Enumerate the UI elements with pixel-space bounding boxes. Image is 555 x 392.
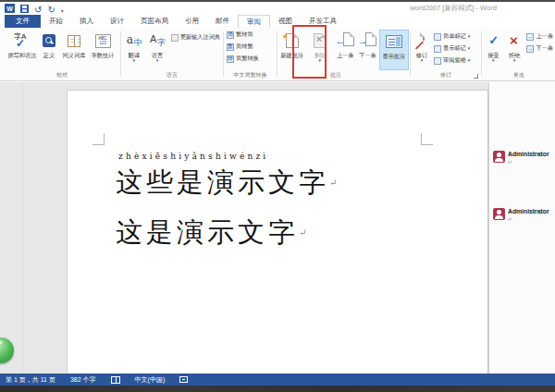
tab-review[interactable]: 审阅 xyxy=(238,15,270,28)
previous-comment-button[interactable]: 上一条 xyxy=(334,30,356,70)
thesaurus-book-icon xyxy=(68,35,80,47)
reject-change-icon xyxy=(507,33,522,49)
next-comment-button[interactable]: 下一条 xyxy=(356,30,378,70)
next-change-icon xyxy=(526,45,534,53)
define-button[interactable]: 定义 xyxy=(39,30,59,70)
tab-design[interactable]: 设计 xyxy=(102,15,132,28)
group-proofing: 拼写和语法 定义 同义词库 字数统计 校对 xyxy=(6,28,118,80)
simple-markup-dropdown[interactable]: 简单标记 ▾ xyxy=(432,31,472,43)
comment-entry[interactable]: Administrator↵ xyxy=(493,208,549,223)
convert-icon: 转 xyxy=(227,55,234,63)
taskbar-edge xyxy=(0,386,555,392)
show-comments-icon xyxy=(386,35,402,48)
dropdown-arrow-icon: ▾ xyxy=(468,58,471,63)
margin-crop-mark-right xyxy=(421,133,433,145)
pinyin-guide-text[interactable]: zhèxiēshìyǎnshìwénzì xyxy=(118,152,268,161)
document-text-line-1[interactable]: 这些是演示文字↵ xyxy=(116,165,337,202)
group-label-tracking: 修订 xyxy=(412,71,480,80)
highlight-box xyxy=(292,25,327,79)
group-separator xyxy=(410,31,411,77)
dropdown-arrow-icon: ▾ xyxy=(421,58,424,63)
translate-button[interactable]: 翻译 ▾ xyxy=(122,30,145,70)
group-separator xyxy=(120,31,121,77)
group-label-changes: 更改 xyxy=(483,71,555,80)
dropdown-arrow-icon: ▾ xyxy=(492,58,495,63)
comments-margin-pane: Administrator↵ Administrator↵ xyxy=(488,82,555,374)
save-icon[interactable] xyxy=(20,5,29,13)
macro-record-icon[interactable] xyxy=(179,376,188,383)
window-title: word2007 [兼容模式] - Word xyxy=(352,4,555,13)
comment-entry[interactable]: Administrator↵ xyxy=(493,151,549,165)
paragraph-mark-icon: ↵ xyxy=(299,227,306,238)
tab-page-layout[interactable]: 页面布局 xyxy=(132,15,177,28)
group-label-comments: 批注 xyxy=(263,71,409,80)
word-count-status[interactable]: 382 个字 xyxy=(70,375,96,385)
document-page[interactable]: zhèxiēshìyǎnshìwénzì 这些是演示文字↵ 这是演示文字↵ xyxy=(67,90,488,374)
previous-change-button[interactable]: 上一条 xyxy=(524,31,555,43)
title-bar: word2007 [兼容模式] - Word xyxy=(0,2,555,15)
group-separator xyxy=(481,31,482,77)
spelling-grammar-button[interactable]: 拼写和语法 xyxy=(6,30,39,70)
document-canvas: zhèxiēshìyǎnshìwénzì 这些是演示文字↵ 这是演示文字↵ Ad… xyxy=(0,82,555,374)
paragraph-mark-icon: ↵ xyxy=(508,215,549,223)
show-comments-button[interactable]: 显示批注 xyxy=(379,30,409,70)
track-changes-button[interactable]: 修订 ▾ xyxy=(412,30,432,70)
page-number-status[interactable]: 第 1 页，共 11 页 xyxy=(6,375,56,385)
update-ime-dictionary-button[interactable]: 更新输入法词典 xyxy=(169,31,222,43)
comment-author-name: Administrator↵ xyxy=(508,208,549,223)
comment-author-avatar xyxy=(493,151,505,163)
proofing-status-icon[interactable] xyxy=(111,376,120,384)
language-status[interactable]: 中文(中国) xyxy=(135,375,166,385)
track-changes-icon xyxy=(414,33,429,49)
tab-home[interactable]: 开始 xyxy=(41,15,71,28)
tab-references[interactable]: 引用 xyxy=(177,15,207,28)
group-label-proofing: 校对 xyxy=(6,71,118,80)
group-label-language: 语言 xyxy=(122,71,222,80)
dropdown-arrow-icon: ▾ xyxy=(513,58,516,63)
tab-file[interactable]: 文件 xyxy=(5,15,41,28)
word-count-icon xyxy=(95,34,111,48)
dropdown-arrow-icon: ▾ xyxy=(132,58,135,63)
quick-access-toolbar xyxy=(5,3,64,14)
document-text-line-2[interactable]: 这是演示文字↵ xyxy=(116,214,306,251)
comment-author-avatar xyxy=(493,208,505,220)
reviewing-pane-dropdown[interactable]: 审阅窗格 ▾ xyxy=(432,55,472,67)
next-change-button[interactable]: 下一条 xyxy=(524,43,555,55)
next-comment-icon xyxy=(358,32,376,49)
group-separator xyxy=(223,31,224,77)
reject-button[interactable]: 拒绝 ▾ xyxy=(504,30,525,70)
trad-to-simp-icon: 简 xyxy=(227,31,234,39)
word-window: word2007 [兼容模式] - Word 文件 开始 插入 设计 页面布局 … xyxy=(0,0,555,392)
previous-change-icon xyxy=(526,33,534,41)
pane-divider xyxy=(22,82,23,374)
spelling-check-icon xyxy=(11,31,33,50)
paragraph-mark-icon: ↵ xyxy=(329,178,337,188)
dropdown-arrow-icon: ▾ xyxy=(156,58,159,63)
accept-button[interactable]: 接受 ▾ xyxy=(483,30,504,70)
simple-markup-icon xyxy=(434,33,441,41)
tracking-dialog-launcher-icon[interactable] xyxy=(474,74,478,79)
thesaurus-button[interactable]: 同义词库 xyxy=(59,30,89,70)
word-logo-icon xyxy=(5,4,15,13)
dropdown-arrow-icon: ▾ xyxy=(468,34,471,39)
ribbon-tab-row: 文件 开始 插入 设计 页面布局 引用 邮件 审阅 视图 开发工具 xyxy=(0,15,555,28)
group-comments: 新建批注 删除 ▾ 上一条 下一条 显示批注 xyxy=(263,28,409,80)
status-bar: 第 1 页，共 11 页 382 个字 中文(中国) xyxy=(0,374,555,386)
show-markup-dropdown[interactable]: 显示标记 ▾ xyxy=(432,43,472,55)
group-changes: 接受 ▾ 拒绝 ▾ 上一条 下一条 xyxy=(483,28,555,80)
reviewing-pane-icon xyxy=(434,57,441,65)
language-icon xyxy=(149,32,166,49)
accept-change-icon xyxy=(486,33,500,49)
language-button[interactable]: 语言 ▾ xyxy=(145,30,168,70)
tab-insert[interactable]: 插入 xyxy=(71,15,102,28)
paragraph-mark-icon: ↵ xyxy=(508,158,549,165)
dropdown-arrow-icon: ▾ xyxy=(468,46,471,51)
define-magnifier-icon xyxy=(43,34,56,47)
translate-icon xyxy=(126,32,142,49)
tab-mailings[interactable]: 邮件 xyxy=(207,15,238,28)
margin-crop-mark-left xyxy=(92,133,105,145)
show-markup-icon xyxy=(434,45,441,53)
ribbon: 拼写和语法 定义 同义词库 字数统计 校对 xyxy=(0,28,555,81)
ime-dictionary-icon xyxy=(171,34,179,42)
word-count-button[interactable]: 字数统计 xyxy=(89,30,117,70)
